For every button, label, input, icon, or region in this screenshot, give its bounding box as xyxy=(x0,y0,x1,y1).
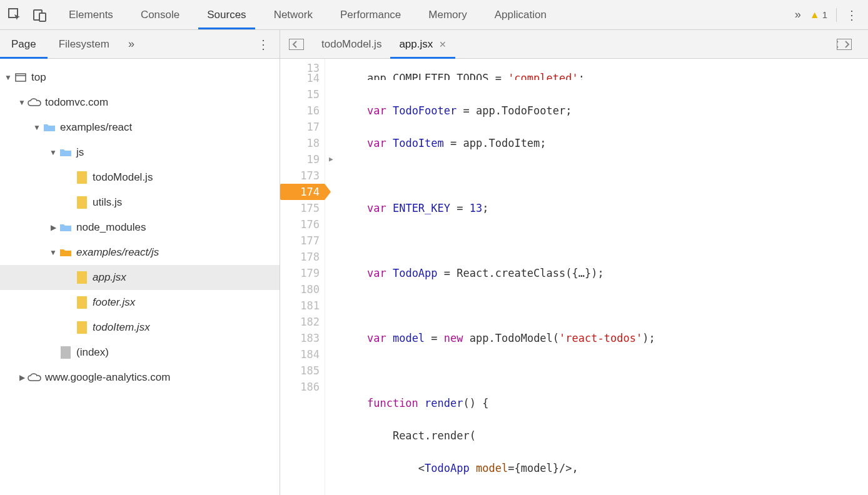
warning-icon: ▲ xyxy=(810,9,820,21)
tree-file-app[interactable]: app.jsx xyxy=(0,265,280,290)
js-file-icon xyxy=(75,196,89,209)
code-line xyxy=(341,168,868,184)
tab-memory[interactable]: Memory xyxy=(415,0,480,29)
tree-label: app.jsx xyxy=(93,271,126,284)
tree-file-utils[interactable]: utils.js xyxy=(0,190,280,215)
code-line: function render() { xyxy=(341,395,868,411)
code-line: var ENTER_KEY = 13; xyxy=(341,200,868,216)
editor-tab-todoModel[interactable]: todoModel.js xyxy=(313,30,390,58)
sidebar-tab-page[interactable]: Page xyxy=(0,30,48,58)
tab-performance[interactable]: Performance xyxy=(326,0,415,29)
svg-rect-7 xyxy=(77,271,87,284)
chevron-right-icon: ▶ xyxy=(18,373,26,382)
line-number: 180 xyxy=(280,281,320,298)
tree-label: examples/react/js xyxy=(76,246,159,259)
navigator-sidebar: Page Filesystem » ⋮ ▼ top ▼ todomvc.com … xyxy=(0,30,280,495)
tree-top[interactable]: ▼ top xyxy=(0,65,280,90)
tree-domain[interactable]: ▼ todomvc.com xyxy=(0,90,280,115)
tree-label: www.google-analytics.com xyxy=(45,371,170,384)
sidebar-tab-filesystem[interactable]: Filesystem xyxy=(48,30,121,58)
tab-elements[interactable]: Elements xyxy=(55,0,127,29)
panel-tabs: Elements Console Sources Network Perform… xyxy=(55,0,785,29)
line-gutter[interactable]: 13 14 15 16 17 18 19▶ 173 174 175 176 17… xyxy=(280,59,325,495)
tab-sources[interactable]: Sources xyxy=(193,0,260,29)
js-file-icon xyxy=(75,171,89,184)
show-navigator-icon[interactable] xyxy=(288,37,305,52)
line-number: 15 xyxy=(280,86,320,102)
devtools-toolbar: Elements Console Sources Network Perform… xyxy=(0,0,868,30)
editor-tab-app[interactable]: app.jsx ✕ xyxy=(390,30,455,58)
tree-label: node_modules xyxy=(76,221,146,234)
line-number: 17 xyxy=(280,119,320,135)
main-split: Page Filesystem » ⋮ ▼ top ▼ todomvc.com … xyxy=(0,30,868,495)
svg-rect-11 xyxy=(290,39,304,49)
line-number: 183 xyxy=(280,330,320,346)
code-line: document.getElementsByClassName('todoapp… xyxy=(341,492,868,495)
folder-icon xyxy=(59,248,73,258)
more-tabs-icon[interactable]: » xyxy=(795,8,801,21)
tree-folder[interactable]: ▼ examples/react xyxy=(0,115,280,140)
tree-label: todomvc.com xyxy=(45,96,108,109)
svg-rect-10 xyxy=(61,346,71,359)
chevron-down-icon: ▼ xyxy=(49,248,58,257)
tree-folder-node-modules[interactable]: ▶ node_modules xyxy=(0,215,280,240)
code-line: var TodoItem = app.TodoItem; xyxy=(341,135,868,151)
svg-rect-3 xyxy=(16,74,26,81)
warning-count: 1 xyxy=(822,9,827,20)
chevron-down-icon: ▼ xyxy=(4,73,13,82)
line-number: 186 xyxy=(280,379,320,395)
code-editor[interactable]: 13 14 15 16 17 18 19▶ 173 174 175 176 17… xyxy=(280,59,868,495)
tree-label: todoModel.js xyxy=(93,171,153,184)
tree-domain-ga[interactable]: ▶ www.google-analytics.com xyxy=(0,365,280,390)
close-icon[interactable]: ✕ xyxy=(439,39,447,49)
tree-label: footer.jsx xyxy=(93,296,135,309)
line-number: 173 xyxy=(280,168,320,184)
tree-folder-js[interactable]: ▼ js xyxy=(0,140,280,165)
code-line: app.COMPLETED_TODOS = 'completed'; xyxy=(341,70,868,80)
line-number: 185 xyxy=(280,362,320,379)
tree-file-todoItem[interactable]: todoItem.jsx xyxy=(0,315,280,340)
execution-line-marker: 174 xyxy=(280,184,325,200)
editor-tab-label: todoModel.js xyxy=(321,38,381,51)
line-number: 18 xyxy=(280,135,320,151)
toolbar-right: » ▲ 1 ⋮ xyxy=(785,8,868,22)
tab-console[interactable]: Console xyxy=(127,0,193,29)
frame-icon xyxy=(14,73,28,82)
tab-application[interactable]: Application xyxy=(481,0,560,29)
cloud-icon xyxy=(28,98,41,107)
svg-rect-2 xyxy=(39,13,46,21)
editor-area: todoModel.js app.jsx ✕ 13 14 15 16 17 18… xyxy=(280,30,868,495)
document-icon xyxy=(59,346,73,359)
divider xyxy=(836,8,837,22)
tree-label: examples/react xyxy=(60,121,132,134)
line-number: 19▶ xyxy=(280,151,320,168)
tree-file-footer[interactable]: footer.jsx xyxy=(0,290,280,315)
code-line: <TodoApp model={model}/>, xyxy=(341,460,868,476)
code-content[interactable]: app.COMPLETED_TODOS = 'completed'; var T… xyxy=(325,59,868,495)
tab-network[interactable]: Network xyxy=(260,0,326,29)
device-toggle-icon[interactable] xyxy=(33,8,48,22)
sidebar-menu-icon[interactable]: ⋮ xyxy=(257,37,270,52)
svg-rect-5 xyxy=(77,171,87,184)
code-line: var model = new app.TodoModel('react-tod… xyxy=(341,330,868,346)
code-line: var TodoApp = React.createClass({…}); xyxy=(341,265,868,281)
show-debugger-icon[interactable] xyxy=(835,37,853,52)
warnings-badge[interactable]: ▲ 1 xyxy=(810,9,827,21)
chevron-down-icon: ▼ xyxy=(33,123,41,132)
js-file-icon xyxy=(75,321,89,334)
chevron-right-icon: ▶ xyxy=(49,223,58,232)
line-number: 175 xyxy=(280,200,320,216)
inspect-element-icon[interactable] xyxy=(8,8,23,22)
tree-label: utils.js xyxy=(93,196,122,209)
tree-label: todoItem.jsx xyxy=(93,321,150,334)
svg-rect-9 xyxy=(77,321,87,334)
editor-tab-bar: todoModel.js app.jsx ✕ xyxy=(280,30,868,59)
tree-label: top xyxy=(31,71,46,84)
tree-folder-examples-js[interactable]: ▼ examples/react/js xyxy=(0,240,280,265)
tree-file-todoModel[interactable]: todoModel.js xyxy=(0,165,280,190)
tree-file-index[interactable]: (index) xyxy=(0,340,280,365)
sidebar-more-tabs-icon[interactable]: » xyxy=(128,38,134,51)
settings-menu-icon[interactable]: ⋮ xyxy=(845,8,858,22)
sidebar-tabs: Page Filesystem » ⋮ xyxy=(0,30,280,59)
line-number: 176 xyxy=(280,216,320,232)
